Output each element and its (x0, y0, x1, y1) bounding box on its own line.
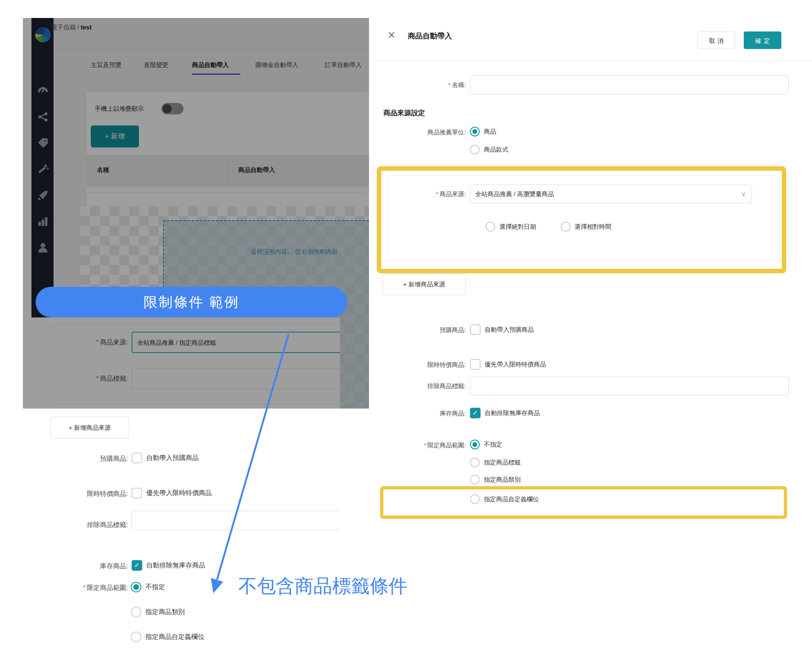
example-add-source-button[interactable]: + 新增商品來源 (50, 417, 129, 438)
example-scope-row-2: 指定商品類別 (31, 607, 340, 619)
scope-label: *限定商品範圍: (369, 440, 466, 451)
flash-option[interactable]: 優先帶入限時特價商品 (470, 359, 546, 370)
scope-row-2: 指定商品標籤 (369, 458, 812, 469)
radio-selected-icon[interactable] (470, 127, 480, 136)
radio-selected-icon[interactable] (131, 582, 141, 592)
close-icon[interactable]: ✕ (387, 30, 396, 40)
flash-row: 限時特價商品: 優先帶入限時特價商品 (369, 359, 812, 371)
example-scope-label: *限定商品範圍: (48, 582, 128, 594)
unit-row-2: 商品款式 (369, 145, 812, 156)
radio-icon[interactable] (470, 458, 480, 467)
example-flash-option[interactable]: 優先帶入限時特價商品 (132, 488, 212, 498)
date-mode-row: 選擇絕對日期 選擇相對時間 (369, 222, 812, 233)
example-scope-option-custom-field[interactable]: 指定商品自定義欄位 (131, 632, 204, 642)
radio-icon[interactable] (485, 222, 495, 232)
scope-option-custom-field[interactable]: 指定商品自定義欄位 (470, 494, 539, 504)
unit-row: 商品推薦單位: 商品 (369, 127, 812, 138)
checkbox-icon[interactable] (470, 324, 481, 335)
stock-label: 庫存商品: (369, 408, 466, 419)
source-settings-section-title: 商品來源設定 (383, 108, 425, 118)
radio-icon[interactable] (561, 222, 570, 232)
radio-icon[interactable] (470, 494, 480, 504)
exclude-label: 排除商品標籤: (369, 377, 466, 395)
radio-icon[interactable] (470, 145, 480, 154)
unit-label: 商品推薦單位: (369, 127, 466, 138)
relative-time-option[interactable]: 選擇相對時間 (561, 222, 611, 232)
dim-overlay (23, 18, 369, 409)
stock-option[interactable]: ✓自動排除無庫存商品 (470, 408, 540, 418)
preorder-row: 預購商品: 自動帶入預購商品 (369, 324, 812, 336)
radio-icon[interactable] (131, 607, 141, 617)
scope-row-4: 指定商品自定義欄位 (369, 494, 812, 506)
exclude-tags-input[interactable] (470, 377, 789, 395)
radio-selected-icon[interactable] (470, 440, 480, 449)
example-scope-row-3: 指定商品自定義欄位 (31, 632, 340, 644)
scope-option-none[interactable]: 不指定 (470, 440, 502, 449)
example-exclude-label: 排除商品標籤: (48, 515, 128, 535)
checkbox-icon[interactable] (132, 453, 142, 463)
drawer-title: 商品自動帶入 (408, 31, 452, 41)
name-row: *名稱: (369, 76, 812, 94)
checkbox-icon[interactable] (470, 359, 481, 370)
scope-option-tags[interactable]: 指定商品標籤 (470, 458, 521, 467)
screenshot-root: 電子信箱 / test 主旨及預覽 進階變更 商品自動帶入 購物金自動帶入 訂單… (0, 0, 812, 670)
annotation-note: 不包含商品標籤條件 (238, 574, 407, 599)
stock-row: 庫存商品: ✓自動排除無庫存商品 (369, 408, 812, 419)
checkbox-checked-icon[interactable]: ✓ (470, 408, 481, 418)
example-stock-option[interactable]: ✓自動排除無庫存商品 (132, 560, 205, 571)
example-preorder-option[interactable]: 自動帶入預購商品 (132, 453, 199, 463)
add-source-button[interactable]: + 新增商品來源 (383, 274, 466, 295)
name-input[interactable] (470, 76, 789, 94)
checkbox-icon[interactable] (132, 488, 142, 498)
example-scope-option-none[interactable]: 不指定 (131, 582, 165, 592)
scope-row-3: 指定商品類別 (369, 475, 812, 486)
example-exclude-input[interactable] (132, 511, 340, 530)
chevron-down-icon: ∨ (741, 185, 746, 203)
radio-icon[interactable] (131, 632, 141, 642)
plus-icon: + (403, 281, 407, 288)
product-autofill-drawer: ✕ 商品自動帶入 取消 確定 *名稱: 商品來源設定 商品推薦單位: 商品 商品… (369, 18, 812, 670)
flash-label: 限時特價商品: (369, 359, 466, 371)
preorder-option[interactable]: 自動帶入預購商品 (470, 324, 534, 335)
cancel-button[interactable]: 取消 (698, 31, 735, 49)
plus-icon: + (69, 424, 72, 431)
example-flash-row: 限時特價商品: 優先帶入限時特價商品 (31, 488, 340, 500)
source-select[interactable]: 全站商品推薦 / 高瀏覽量商品 ∨ (470, 185, 752, 203)
example-banner: 限制條件 範例 (36, 287, 347, 317)
example-preorder-row: 預購商品: 自動帶入預購商品 (31, 453, 340, 465)
exclude-row: 排除商品標籤: (369, 377, 812, 395)
example-stock-row: 庫存商品: ✓自動排除無庫存商品 (31, 560, 340, 572)
checkbox-checked-icon[interactable]: ✓ (132, 560, 142, 571)
confirm-button[interactable]: 確定 (744, 31, 781, 49)
preorder-label: 預購商品: (369, 324, 466, 336)
radio-icon[interactable] (470, 475, 480, 485)
required-mark: * (448, 81, 451, 88)
unit-option-variant[interactable]: 商品款式 (470, 145, 508, 154)
example-scope-option-category[interactable]: 指定商品類別 (131, 607, 185, 617)
drawer-header-divider (369, 60, 812, 61)
name-label: *名稱: (369, 76, 466, 94)
scope-row: *限定商品範圍: 不指定 (369, 440, 812, 451)
example-flash-label: 限時特價商品: (48, 488, 128, 500)
source-select-value: 全站商品推薦 / 高瀏覽量商品 (475, 190, 554, 197)
source-row: *商品來源: 全站商品推薦 / 高瀏覽量商品 ∨ (369, 185, 812, 203)
scope-option-category[interactable]: 指定商品類別 (470, 475, 521, 485)
dimmed-background-app: 電子信箱 / test 主旨及預覽 進階變更 商品自動帶入 購物金自動帶入 訂單… (23, 18, 369, 409)
source-label: *商品來源: (369, 185, 466, 203)
unit-option-product[interactable]: 商品 (470, 127, 496, 136)
example-stock-label: 庫存商品: (48, 560, 128, 572)
example-preorder-label: 預購商品: (48, 453, 128, 465)
absolute-date-option[interactable]: 選擇絕對日期 (485, 222, 536, 232)
